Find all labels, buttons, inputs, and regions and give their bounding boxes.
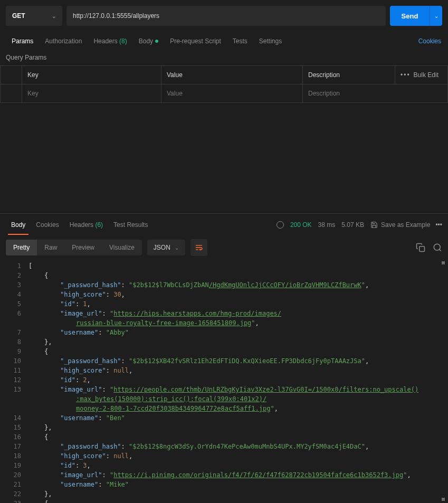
params-desc-header: Description (303, 66, 395, 84)
status-code: 200 OK (290, 221, 312, 229)
chevron-down-icon: ⌄ (434, 13, 439, 19)
tab-body[interactable]: Body (133, 33, 164, 50)
body-indicator-dot (155, 40, 158, 43)
response-time: 38 ms (318, 221, 336, 229)
resp-tab-test-results[interactable]: Test Results (108, 215, 153, 235)
tab-authorization[interactable]: Authorization (39, 33, 88, 50)
scrollbar-marker (442, 498, 445, 501)
wrap-button[interactable] (190, 239, 207, 256)
method-select[interactable]: GET ⌄ (6, 6, 62, 26)
request-tabs: Params Authorization Headers (8) Body Pr… (0, 32, 448, 51)
view-pretty[interactable]: Pretty (6, 240, 37, 255)
send-dropdown[interactable]: ⌄ (430, 6, 442, 26)
code-content: [{"_password_hash": "$2b$12$l7WbCLsDjZbA… (28, 259, 448, 503)
view-visualize[interactable]: Visualize (102, 240, 142, 255)
table-row (1, 84, 448, 103)
line-gutter: 1234567891011121314151617181920212223 (0, 259, 28, 503)
save-icon (370, 221, 378, 229)
params-table: Key Value Description •••Bulk Edit (0, 65, 448, 103)
svg-rect-2 (420, 246, 425, 252)
resp-tab-body[interactable]: Body (6, 215, 31, 235)
view-preview[interactable]: Preview (64, 240, 102, 255)
resp-tab-headers[interactable]: Headers (6) (64, 215, 108, 235)
view-segment: Pretty Raw Preview Visualize (6, 240, 142, 255)
url-input[interactable] (66, 6, 386, 26)
view-raw[interactable]: Raw (37, 240, 64, 255)
more-icon[interactable]: ••• (435, 221, 442, 229)
send-button[interactable]: Send (390, 6, 430, 26)
resp-tab-cookies[interactable]: Cookies (31, 215, 64, 235)
cookies-link[interactable]: Cookies (417, 33, 442, 50)
bulk-edit-link[interactable]: •••Bulk Edit (401, 71, 439, 79)
query-params-label: Query Params (0, 51, 448, 65)
params-check-header (1, 66, 22, 84)
param-desc-input[interactable] (308, 90, 442, 97)
tab-prerequest[interactable]: Pre-request Script (164, 33, 227, 50)
save-example-button[interactable]: Save as Example (370, 221, 430, 229)
copy-icon[interactable] (416, 243, 425, 252)
tab-tests[interactable]: Tests (227, 33, 253, 50)
params-actions-header: •••Bulk Edit (395, 66, 448, 84)
params-value-header: Value (161, 66, 303, 84)
response-area: Body Cookies Headers (6) Test Results 20… (0, 213, 448, 503)
param-value-input[interactable] (167, 90, 297, 97)
search-icon[interactable] (433, 243, 442, 252)
svg-line-4 (439, 249, 441, 251)
tab-params[interactable]: Params (6, 33, 39, 50)
tab-settings[interactable]: Settings (253, 33, 288, 50)
more-icon: ••• (401, 71, 411, 79)
svg-point-3 (434, 244, 440, 250)
chevron-down-icon: ⌄ (52, 13, 56, 19)
params-key-header: Key (22, 66, 161, 84)
method-label: GET (12, 12, 25, 20)
response-body[interactable]: 1234567891011121314151617181920212223 [{… (0, 259, 448, 503)
chevron-down-icon: ⌄ (175, 245, 179, 251)
wrap-icon (195, 243, 203, 252)
scrollbar-marker (442, 261, 445, 264)
response-size: 5.07 KB (341, 221, 364, 229)
tab-headers[interactable]: Headers (8) (88, 33, 132, 50)
param-key-input[interactable] (27, 90, 156, 97)
globe-icon[interactable] (277, 221, 284, 229)
format-select[interactable]: JSON ⌄ (147, 240, 185, 255)
